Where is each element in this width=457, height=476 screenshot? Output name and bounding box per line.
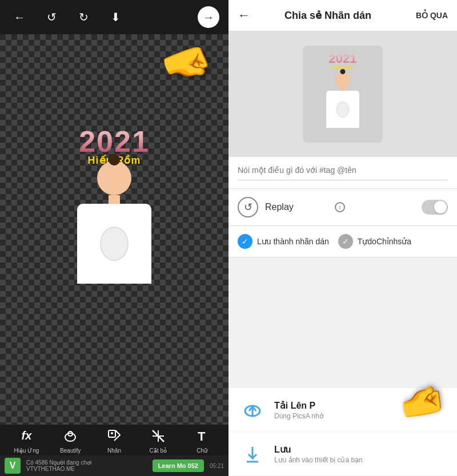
forward-button[interactable]: → [198,6,219,28]
tag-input[interactable] [238,166,448,175]
cat-bo-icon [149,427,167,445]
bottom-toolbar: fx Hiệu Ứng Beautify [0,425,228,476]
ad-logo: V [5,458,21,474]
preview-head [335,72,350,87]
save-download-icon [240,441,265,466]
year-text: 2021 [79,127,150,156]
ad-text: Có 4586 Người đang chơi VTVTHETHAO.ME [26,459,147,472]
replay-row: ↺ Replay i [228,189,457,226]
luu-nhan-checkbox[interactable]: ✓ Lưu thành nhãn dán [238,234,329,249]
right-back-button[interactable]: ← [238,8,250,23]
luu-text: Lưu Lưu ảnh vào thiết bị của bạn [274,444,446,464]
luu-nhan-label: Lưu thành nhãn dán [257,237,329,246]
svg-text:T: T [198,429,206,443]
right-header: ← Chia sẻ Nhãn dán BỎ QUA [228,0,457,31]
svg-point-3 [111,432,113,434]
tool-beautify[interactable]: Beautify [55,427,86,454]
replay-label: Replay [265,202,328,212]
person-figure [63,161,166,309]
preview-year-text: 2021 [329,53,357,65]
back-button[interactable]: ← [9,7,30,27]
checkbox-row: ✓ Lưu thành nhãn dán ✓ TựdoChỉnhsửa [228,226,457,257]
tudo-checkbox[interactable]: ✓ TựdoChỉnhsửa [338,234,411,249]
tool-hieu-ung[interactable]: fx Hiệu Ứng [11,427,42,454]
tool-chu-label: Chữ [197,447,207,454]
preview-body [326,91,359,128]
tool-nhan[interactable]: Nhãn [98,427,130,454]
cloud-upload-icon [240,397,265,422]
info-icon[interactable]: i [335,202,345,212]
fx-icon: fx [17,427,35,445]
tool-cat-bo[interactable]: Cắt bỏ [142,427,174,454]
preview-area: 2021 Hiếu Rồm [228,31,457,157]
luu-title: Lưu [274,444,446,455]
right-header-title: Chia sẻ Nhãn dán [257,9,399,22]
tag-input-area [228,157,457,189]
person-neck [109,195,120,204]
svg-point-0 [65,433,75,441]
luu-subtitle: Lưu ảnh vào thiết bị của bạn [274,456,446,464]
skip-button[interactable]: BỎ QUA [416,11,448,20]
person-body [77,204,151,284]
replay-button[interactable]: ↺ [238,197,258,217]
tools-row: fx Hiệu Ứng Beautify [0,425,228,455]
nhan-icon [105,427,123,445]
tudo-check-icon: ✓ [338,234,353,249]
person-hair-bun [109,154,120,166]
hand-pointer-bottom: 🤜 [396,378,449,429]
beautify-icon [61,427,79,445]
canvas-area: 2021 Hiếu Rồm 🤜 [0,34,228,425]
redo-button[interactable]: ↻ [73,7,94,27]
preview-person [320,72,366,127]
left-panel: ← ↺ ↻ ⬇ → 2021 Hiếu Rồm 🤜 [0,0,228,476]
download-button[interactable]: ⬇ [105,7,126,27]
tool-nhan-label: Nhãn [107,447,121,454]
luu-nhan-check-icon: ✓ [238,234,252,249]
tool-beautify-label: Beautify [60,447,81,454]
undo-button[interactable]: ↺ [41,7,62,27]
replay-toggle[interactable] [422,200,448,215]
tag-underline [238,180,448,180]
chu-icon: T [193,427,211,445]
preview-shirt [336,102,349,118]
ad-bar: V Có 4586 Người đang chơi VTVTHETHAO.ME … [0,455,228,476]
tool-cat-bo-label: Cắt bỏ [150,447,167,454]
person-head [97,161,131,195]
shirt-design [100,227,129,261]
right-panel: ← Chia sẻ Nhãn dán BỎ QUA 2021 Hiếu Rồm … [228,0,457,476]
luu-item[interactable]: Lưu Lưu ảnh vào thiết bị của bạn [228,432,457,476]
preview-card: 2021 Hiếu Rồm [303,46,383,143]
canvas-content: 2021 Hiếu Rồm [63,127,166,309]
tudo-label: TựdoChỉnhsửa [358,237,411,246]
ad-time: 05:21 [210,463,224,469]
tool-hieu-ung-label: Hiệu Ứng [14,447,39,454]
toggle-knob [434,201,447,213]
tool-chu[interactable]: T Chữ [186,427,218,454]
learn-more-button[interactable]: Learn Mo 052 [153,459,204,472]
left-toolbar: ← ↺ ↻ ⬇ → [0,0,228,34]
preview-bun [340,69,346,74]
